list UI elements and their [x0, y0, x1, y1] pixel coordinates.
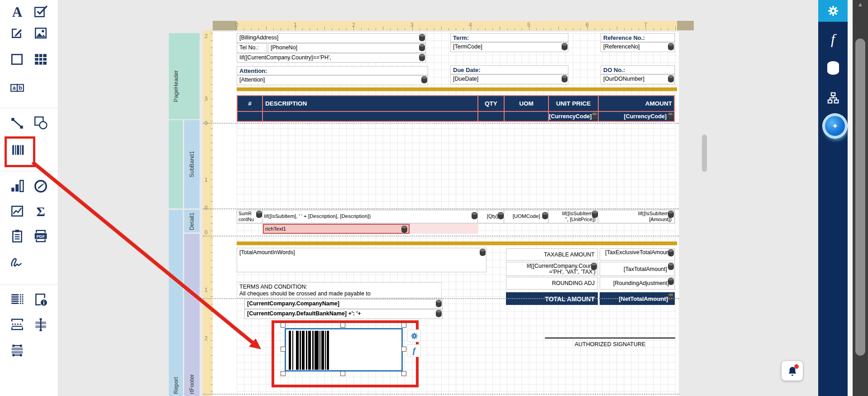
currency-unitprice-cell[interactable]: [CurrencyCode]	[548, 111, 599, 122]
band-boundary[interactable]	[203, 394, 679, 395]
image-tool-icon[interactable]	[33, 26, 48, 40]
country-expression-field[interactable]: Iif([CurrentCompany.Country]=='PH',	[237, 53, 426, 63]
reference-no-field[interactable]: [ReferenceNo]	[601, 42, 675, 52]
vat-value[interactable]: [TaxTotalAmount]	[600, 262, 675, 276]
bank-name-field[interactable]: [CurrentCompany.DefaultBankName] +': '+	[244, 309, 443, 319]
record-number-cell[interactable]: SumRcordNu	[237, 210, 263, 223]
sidebar-hierarchy-button[interactable]	[818, 87, 848, 109]
col-header-number[interactable]: #	[237, 95, 263, 112]
svg-text:PDF: PDF	[36, 234, 45, 239]
element-properties-button[interactable]	[407, 329, 421, 342]
taxable-amount-value[interactable]: [TaxExclusiveTotalAmount]	[600, 248, 675, 261]
ruler-major-ticks	[237, 26, 677, 30]
resize-handle-nw[interactable]	[281, 323, 286, 328]
bar-chart-tool-icon[interactable]	[10, 179, 24, 193]
terms-and-conditions-text[interactable]: TERMS AND CONDITION:All cheques should b…	[237, 282, 442, 298]
currency-cell-empty[interactable]	[262, 111, 478, 122]
text-tool-icon[interactable]: A	[10, 5, 24, 19]
do-no-label[interactable]: DO No.:	[601, 65, 675, 74]
clipboard-tool-icon[interactable]	[10, 229, 24, 243]
qty-cell[interactable]: [Qty]	[477, 210, 505, 223]
resize-handle-s[interactable]	[340, 371, 345, 376]
reference-no-label[interactable]: Reference No.:	[601, 33, 675, 42]
col-header-unitprice[interactable]: UNIT PRICE	[548, 95, 599, 112]
tel-label[interactable]: Tel No.:	[237, 43, 267, 53]
resize-handle-e[interactable]	[401, 347, 406, 352]
rounding-adj-value[interactable]: [RoundingAdjustment]	[600, 277, 675, 290]
sidebar-functions-button[interactable]: f	[818, 28, 848, 50]
term-label[interactable]: Term:	[450, 33, 568, 42]
scrollbar-thumb[interactable]	[855, 39, 865, 356]
attention-field[interactable]: [Attention]	[237, 75, 428, 85]
unitprice-expression-cell[interactable]: Iif([IsSubItem],'', [UnitPrice])	[548, 210, 599, 223]
currency-cell-empty[interactable]	[477, 111, 505, 122]
data-list-tool-icon[interactable]	[10, 292, 24, 307]
line-tool-icon[interactable]	[10, 116, 24, 130]
band-report[interactable]: Report	[169, 210, 183, 396]
rounding-adj-label[interactable]: ROUNDING ADJ	[506, 277, 598, 290]
band-boundary[interactable]	[203, 236, 679, 237]
currency-cell-empty[interactable]	[504, 111, 549, 122]
barcode-element[interactable]	[285, 328, 403, 372]
currency-amount-cell[interactable]: [CurrencyCode]	[598, 111, 675, 122]
pdf-tool-icon[interactable]: PDF	[33, 229, 48, 243]
col-header-description[interactable]: DESCRIPTION	[262, 95, 478, 112]
due-date-label[interactable]: Due Date:	[450, 65, 568, 74]
due-date-field[interactable]: [DueDate]	[450, 74, 568, 84]
description-expression-cell[interactable]: Iif([IsSubItem], ' ' + [Description], [D…	[262, 210, 478, 223]
billing-address-field[interactable]: [BillingAddress]	[237, 33, 426, 43]
sum-tool-icon[interactable]: Σ	[33, 204, 48, 218]
currency-cell-empty[interactable]	[237, 111, 263, 122]
sidebar-database-button[interactable]	[818, 57, 848, 79]
window-scrollbar[interactable]: ▲	[853, 0, 868, 396]
band-reportfooter[interactable]: rtFooter	[184, 234, 200, 396]
resize-handle-w[interactable]	[281, 347, 286, 352]
gold-divider-bar[interactable]	[237, 241, 677, 245]
checkbox-tool-icon[interactable]	[33, 5, 48, 19]
ai-assistant-button[interactable]: ✦	[823, 114, 847, 138]
gold-divider-bar[interactable]	[237, 87, 677, 91]
band-boundary[interactable]	[203, 208, 679, 209]
phone-field[interactable]: [PhoneNo]	[268, 43, 426, 53]
gauge-tool-icon[interactable]	[33, 179, 48, 193]
total-in-words-field[interactable]: [TotalAmountInWords]	[237, 248, 486, 272]
shapes-tool-icon[interactable]	[33, 116, 48, 130]
bands-stacked-tool-icon[interactable]	[10, 343, 24, 357]
col-header-uom[interactable]: UOM	[504, 95, 549, 112]
resize-handle-ne[interactable]	[401, 323, 406, 328]
resize-handle-se[interactable]	[401, 371, 406, 376]
function-icon: f	[413, 346, 415, 356]
col-header-amount[interactable]: AMOUNT	[598, 95, 675, 112]
rectangle-tool-icon[interactable]	[10, 52, 24, 67]
element-expression-button[interactable]: f	[407, 344, 421, 357]
signature-tool-icon[interactable]	[10, 254, 24, 268]
band-detail1[interactable]: Detail1	[184, 210, 200, 232]
term-field[interactable]: [TermCode]	[450, 42, 568, 52]
resize-handle-sw[interactable]	[281, 371, 286, 376]
notifications-button[interactable]	[782, 361, 803, 381]
taxable-amount-label[interactable]: TAXABLE AMOUNT	[506, 248, 598, 261]
amount-expression-cell[interactable]: Iif([IsSubItem],[Amount])	[598, 210, 675, 223]
sidebar-settings-button[interactable]	[818, 0, 848, 22]
uom-cell[interactable]: [UOMCode]	[504, 210, 549, 223]
band-tool-icon[interactable]	[10, 317, 24, 332]
resize-handle-n[interactable]	[340, 323, 345, 328]
company-name-field[interactable]: [CurrentCompany.CompanyName]	[244, 299, 443, 309]
richtext1-element[interactable]: richText1	[263, 224, 410, 234]
do-no-field[interactable]: [OurDONumber]	[601, 74, 675, 84]
band-boundary[interactable]	[203, 298, 679, 299]
chart-frame-tool-icon[interactable]	[10, 204, 24, 218]
edit-tool-icon[interactable]	[10, 26, 24, 40]
band-subband1[interactable]: SubBand1	[184, 120, 200, 208]
table-tool-icon[interactable]	[33, 52, 48, 67]
textbox-ab-tool-icon[interactable]: a b	[10, 81, 24, 95]
canvas-scrollbar-thumb[interactable]	[702, 135, 707, 172]
attention-label[interactable]: Attention:	[237, 66, 428, 75]
band-boundary[interactable]	[203, 123, 679, 124]
band-pageheader[interactable]: PageHeader	[169, 120, 183, 208]
vat-label-expression[interactable]: Iif([CurrentCompany.Countr='PH', 'VAT', …	[506, 262, 598, 276]
scrollbar-up-arrow[interactable]: ▲	[853, 1, 868, 8]
col-header-qty[interactable]: QTY	[477, 95, 505, 112]
align-tool-icon[interactable]	[33, 317, 48, 332]
page-info-tool-icon[interactable]	[33, 292, 48, 307]
